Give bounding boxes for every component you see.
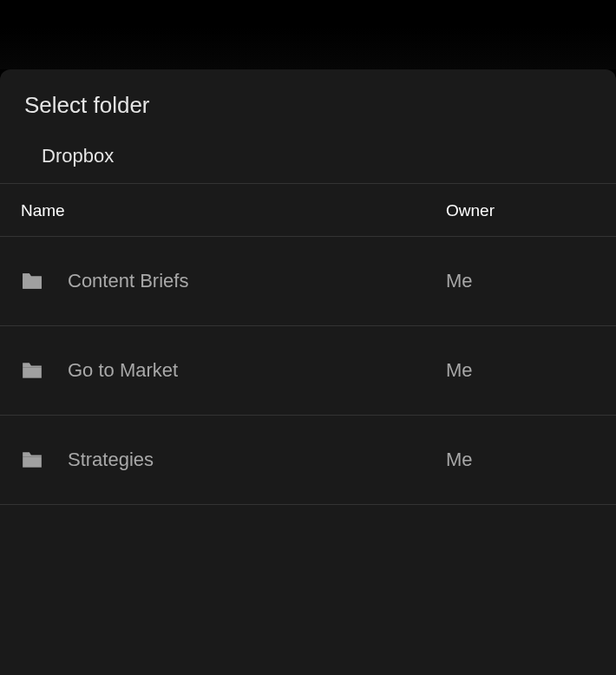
table-header: Name Owner (0, 183, 616, 237)
folder-owner: Me (446, 359, 595, 382)
folder-icon (21, 361, 43, 380)
folder-name: Strategies (68, 449, 446, 471)
folder-icon (21, 450, 43, 469)
column-header-name[interactable]: Name (21, 201, 446, 220)
folder-owner: Me (446, 270, 595, 292)
folder-name: Go to Market (68, 359, 446, 382)
svg-rect-2 (23, 457, 42, 468)
folder-row-strategies[interactable]: Strategies Me (0, 416, 616, 505)
folder-name: Content Briefs (68, 270, 446, 292)
folder-icon (21, 272, 43, 291)
svg-rect-0 (23, 279, 42, 289)
modal-title: Select folder (0, 69, 616, 136)
breadcrumb[interactable]: Dropbox (0, 136, 616, 183)
column-header-owner[interactable]: Owner (446, 201, 595, 220)
folder-row-content-briefs[interactable]: Content Briefs Me (0, 237, 616, 326)
folder-owner: Me (446, 449, 595, 471)
top-shadow (0, 0, 616, 69)
folder-row-go-to-market[interactable]: Go to Market Me (0, 326, 616, 416)
svg-rect-1 (23, 368, 42, 378)
select-folder-modal: Select folder Dropbox Name Owner Content… (0, 69, 616, 675)
